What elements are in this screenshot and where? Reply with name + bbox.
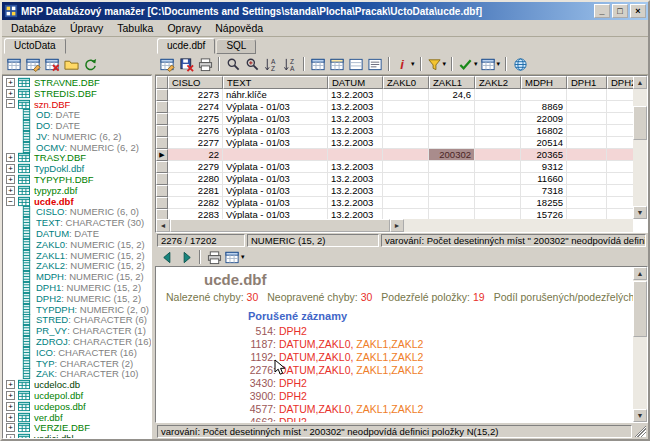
tree-field-ocmv[interactable]: OCMV : NUMERIC (6, 2) [4,142,151,153]
cell-dph2[interactable] [607,113,633,125]
scroll-up-button[interactable]: ▲ [633,76,647,89]
cell-text[interactable]: Výplata - 01/03 [223,101,328,113]
cell-mdph[interactable]: 11660 [521,173,567,185]
cell-cislo[interactable]: 2280 [168,173,223,185]
info-icon[interactable]: i▾ [394,56,416,73]
tree-field-text[interactable]: TEXT : CHARACTER (30) [4,217,151,228]
table-row[interactable]: 2275Výplata - 01/0313.2.200322009 [156,113,633,125]
cell-datum[interactable]: 13.2.2003 [328,137,383,149]
cell-dph1[interactable] [567,101,607,113]
report-record[interactable]: 4577: DATUM,ZAKL0, ZAKL1,ZAKL2 [236,403,629,416]
dropdown-caret[interactable]: ▾ [497,60,501,68]
tree-field-dph2[interactable]: DPH2 : NUMERIC (15, 2) [4,293,151,304]
expand-box-icon[interactable]: + [6,153,15,162]
cell-zakl1[interactable] [429,209,475,219]
tree-table-verzie-dbf[interactable]: +VERZIE.DBF [4,423,151,434]
menu-item-upravy[interactable]: Úpravy [63,21,110,36]
cell-cislo[interactable]: 2283 [168,209,223,219]
cell-text[interactable]: Výplata - 01/03 [223,125,328,137]
cell-text[interactable]: Výplata - 01/03 [223,137,328,149]
edit-structure-icon[interactable] [158,56,176,73]
dropdown-caret[interactable]: ▾ [241,253,245,261]
column-header-zakl2[interactable]: ZAKL2 [475,76,521,89]
cell-zakl0[interactable] [383,113,429,125]
cell-dph1[interactable] [567,209,607,219]
horizontal-scroll-thumb[interactable] [170,219,390,232]
cell-cislo[interactable]: 2276 [168,125,223,137]
menu-item-opravy[interactable]: Opravy [160,21,208,36]
cell-text[interactable]: Výplata - 01/03 [223,185,328,197]
expand-box-icon[interactable]: + [6,78,15,87]
collapse-box-icon[interactable]: − [6,99,15,108]
cell-cislo[interactable]: 22 [168,149,223,161]
tree-field-od[interactable]: OD : DATE [4,109,151,120]
scroll-down-button[interactable]: ▼ [633,206,647,219]
maximize-button[interactable]: □ [612,4,628,18]
cell-cislo[interactable]: 2282 [168,197,223,209]
dropdown-caret[interactable]: ▾ [474,60,478,68]
report-scroll-thumb[interactable] [633,281,647,337]
tree-field-mdph[interactable]: MDPH : NUMERIC (15, 2) [4,271,151,282]
column-header-dph2[interactable]: DPH2 [607,76,633,89]
table-delete-icon[interactable] [43,56,61,73]
menu-item-tabulka[interactable]: Tabulka [110,21,160,36]
cell-zakl2[interactable] [475,161,521,173]
cell-zakl2[interactable] [475,89,521,101]
expand-box-icon[interactable]: + [6,434,15,439]
table-row[interactable]: 2279Výplata - 01/0313.2.20039312 [156,161,633,173]
cell-dph2[interactable] [607,101,633,113]
cell-zakl0[interactable] [383,149,429,161]
cell-zakl0[interactable] [383,137,429,149]
cell-mdph[interactable]: 22009 [521,113,567,125]
minimize-button[interactable]: _ [594,4,610,18]
tree-table-ver-dbf[interactable]: +ver.dbf [4,412,151,423]
tree-table-szn-dbf[interactable]: −szn.DBF [4,99,151,110]
table-row[interactable]: 2277Výplata - 01/0313.2.200320514 [156,137,633,149]
cell-mdph[interactable]: 9312 [521,161,567,173]
tree-field-dph1[interactable]: DPH1 : NUMERIC (15, 2) [4,282,151,293]
cell-zakl0[interactable] [383,125,429,137]
tree-field-do[interactable]: DO : DATE [4,120,151,131]
menu-item-napoveda[interactable]: Nápověda [208,21,270,36]
tab-ucde-dbf[interactable]: ucde.dbf [157,38,215,54]
cell-datum[interactable]: 13.2.2003 [328,197,383,209]
tree-field-zak[interactable]: ZAK : CHARACTER (10) [4,369,151,380]
discard-changes-icon[interactable] [177,56,195,73]
report-options-icon[interactable]: ▾ [224,249,246,266]
tree-table-ucdeloc-db[interactable]: +ucdeloc.db [4,379,151,390]
cell-dph2[interactable] [607,173,633,185]
refresh-icon[interactable] [81,56,99,73]
tree-field-pr-vy[interactable]: PR_VY : CHARACTER (1) [4,325,151,336]
cell-dph1[interactable] [567,149,607,161]
tree-field-zakl0[interactable]: ZAKL0 : NUMERIC (15, 2) [4,239,151,250]
sort-asc-icon[interactable]: AZ [262,56,280,73]
cell-mdph[interactable]: 7318 [521,185,567,197]
web-export-icon[interactable] [511,56,529,73]
cell-dph2[interactable] [607,161,633,173]
cell-datum[interactable]: 13.2.2003 [328,125,383,137]
cell-zakl1[interactable] [429,161,475,173]
tree-field-zakl1[interactable]: ZAKL1 : NUMERIC (15, 2) [4,250,151,261]
cell-zakl1[interactable] [429,185,475,197]
tab-uctodata[interactable]: UctoData [4,38,66,54]
tree-table-typdokl-dbf[interactable]: +TypDokl.dbf [4,163,151,174]
cell-text[interactable]: Výplata - 01/03 [223,209,328,219]
view-grid-icon[interactable] [309,56,327,73]
cell-dph1[interactable] [567,185,607,197]
tree-table-ucdepol-dbf[interactable]: +ucdepol.dbf [4,390,151,401]
tree-table-ucde-dbf[interactable]: −ucde.dbf [4,196,151,207]
cell-zakl0[interactable] [383,173,429,185]
print-report-icon[interactable] [205,249,223,266]
back-icon[interactable] [158,249,176,266]
view-form-icon[interactable] [347,56,365,73]
close-button[interactable]: × [630,4,646,18]
cell-mdph[interactable]: 15726 [521,209,567,219]
cell-cislo[interactable]: 2273 [168,89,223,101]
report-record[interactable]: 3900: DPH2 [236,390,629,403]
expand-box-icon[interactable]: + [6,89,15,98]
cell-text[interactable]: Výplata - 01/03 [223,113,328,125]
scroll-left-button[interactable]: ◄ [156,219,170,232]
cell-zakl1[interactable] [429,173,475,185]
table-view-icon[interactable] [5,56,23,73]
report-scrollbar[interactable]: ▲ ▼ [633,267,647,422]
